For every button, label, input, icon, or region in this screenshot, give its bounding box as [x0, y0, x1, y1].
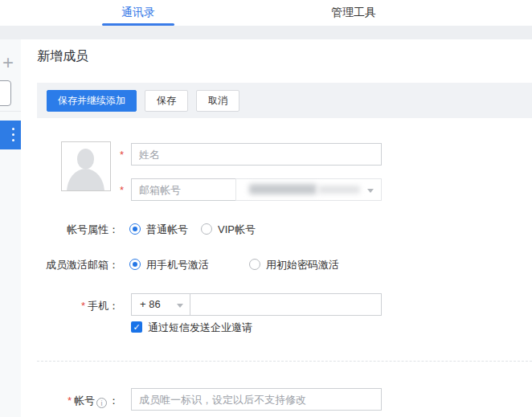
- activation-label: 成员激活邮箱：: [0, 258, 119, 272]
- avatar-placeholder[interactable]: [61, 141, 111, 191]
- required-mark: *: [120, 184, 128, 196]
- add-icon[interactable]: +: [0, 53, 18, 74]
- avatar-person-icon: [77, 149, 94, 169]
- radio-activate-by-password[interactable]: [249, 259, 260, 270]
- blurred-domain-text: [249, 184, 317, 194]
- radio-activate-by-phone[interactable]: [129, 259, 141, 270]
- action-bar: 保存并继续添加 保存 取消: [37, 83, 532, 118]
- radio-normal-account[interactable]: [129, 223, 141, 235]
- radio-activate-by-phone-label[interactable]: 用手机号激活: [146, 258, 209, 272]
- required-mark: *: [68, 395, 72, 407]
- required-mark: *: [81, 300, 85, 312]
- account-id-input[interactable]: [131, 388, 382, 411]
- blurred-domain-text: [318, 186, 360, 194]
- email-account-input[interactable]: [131, 178, 236, 201]
- more-dots-icon: [12, 128, 14, 130]
- radio-vip-account-label[interactable]: VIP帐号: [218, 223, 256, 237]
- account-label: *帐号i：: [0, 394, 119, 408]
- account-label-text: 帐号: [74, 395, 95, 407]
- sms-invite-checkbox[interactable]: ✓: [131, 321, 142, 333]
- top-tabbar: 通讯录 管理工具: [0, 0, 532, 26]
- country-code-value: + 86: [140, 298, 161, 310]
- radio-vip-account[interactable]: [201, 223, 212, 235]
- name-input[interactable]: [131, 143, 382, 166]
- radio-activate-by-password-label[interactable]: 用初始密码激活: [266, 258, 339, 272]
- page-title: 新增成员: [37, 48, 88, 65]
- section-divider: [37, 361, 532, 362]
- info-icon[interactable]: i: [96, 398, 107, 408]
- secondary-toolbar-band: [0, 26, 532, 39]
- avatar-person-icon: [67, 169, 104, 191]
- sidebar-item-partial[interactable]: [0, 80, 11, 106]
- more-dots-icon: [12, 139, 14, 141]
- sidebar-more-handle[interactable]: [0, 121, 21, 149]
- email-domain-select[interactable]: [235, 178, 382, 201]
- required-mark: *: [120, 149, 128, 161]
- phone-label: *手机：: [0, 299, 119, 313]
- account-label-colon: ：: [108, 395, 119, 407]
- cancel-button[interactable]: 取消: [196, 90, 239, 112]
- more-dots-icon: [12, 133, 14, 136]
- sidebar-divider: [0, 111, 21, 112]
- chevron-down-icon: [177, 304, 183, 308]
- tab-admin-tools[interactable]: 管理工具: [317, 0, 390, 26]
- tab-contacts[interactable]: 通讯录: [102, 0, 174, 26]
- phone-label-text: 手机：: [88, 300, 119, 312]
- chevron-down-icon: [367, 189, 374, 193]
- sms-invite-label[interactable]: 通过短信发送企业邀请: [148, 321, 252, 335]
- exmail-admin-screen: 通讯录 管理工具 + 新增成员 保存并继续添加 保存 取消 * * 帐号属性：: [0, 0, 532, 417]
- check-icon: ✓: [133, 322, 140, 332]
- save-button[interactable]: 保存: [145, 90, 188, 112]
- save-and-continue-button[interactable]: 保存并继续添加: [47, 90, 137, 112]
- country-code-select[interactable]: + 86: [131, 293, 190, 316]
- account-type-label: 帐号属性：: [0, 223, 119, 237]
- phone-number-input[interactable]: [190, 293, 382, 316]
- radio-normal-account-label[interactable]: 普通帐号: [146, 223, 188, 237]
